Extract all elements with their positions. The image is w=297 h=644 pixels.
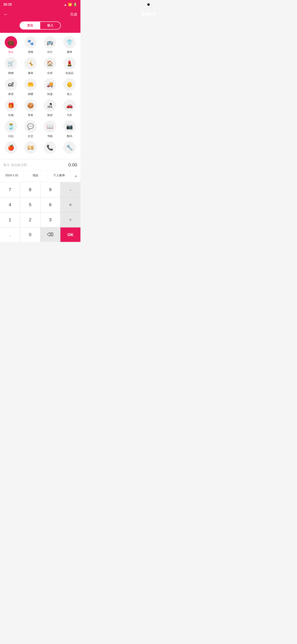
category-item[interactable]: 🤲捐赠: [21, 78, 40, 96]
category-icon: 🍪: [24, 99, 37, 112]
category-label: 礼物: [8, 113, 13, 117]
category-item[interactable]: 🍪零食: [21, 99, 40, 117]
category-icon: 📞: [44, 142, 56, 154]
operator-key-×[interactable]: ×: [60, 197, 80, 212]
category-item[interactable]: 💄化妆品: [60, 57, 79, 75]
numpad-key-0[interactable]: 0: [20, 228, 40, 242]
status-time: 16:15: [3, 3, 12, 6]
category-item[interactable]: 🔧: [60, 142, 79, 156]
wifi-icon: ▲: [64, 3, 67, 6]
category-label: 健身: [28, 71, 33, 75]
category-icon: 💬: [24, 120, 37, 133]
category-item[interactable]: 🤸健身: [21, 57, 40, 75]
category-item[interactable]: 🚗汽车: [60, 99, 79, 117]
category-icon: 🍎: [5, 142, 17, 154]
category-label: 旅游: [47, 113, 53, 117]
numpad-key-2[interactable]: 2: [20, 212, 40, 227]
category-label: 购物: [8, 71, 13, 75]
category-icon: 🛋: [5, 78, 17, 90]
category-icon: 💴: [24, 142, 37, 154]
category-item[interactable]: 👴老人: [60, 78, 79, 96]
category-icon: 💄: [63, 57, 76, 70]
category-icon: 🐾: [24, 36, 37, 48]
category-item[interactable]: 📖书籍: [41, 120, 59, 138]
category-item[interactable]: 📷数码: [60, 120, 79, 138]
category-item[interactable]: 🏖旅游: [41, 99, 59, 117]
amount-display: 0.00: [68, 162, 77, 168]
done-button[interactable]: 完成: [70, 12, 77, 17]
category-item[interactable]: 🫙日化: [2, 120, 20, 138]
category-icon: 🚗: [63, 99, 76, 112]
tab-income[interactable]: 收入: [40, 22, 60, 29]
category-item[interactable]: 💬社交: [21, 120, 40, 138]
numpad-key-4[interactable]: 4: [0, 197, 20, 212]
back-button[interactable]: ←: [3, 11, 8, 17]
numpad-key-3[interactable]: 3: [40, 212, 60, 227]
category-icon: 🛒: [5, 57, 17, 70]
category-item[interactable]: 💴: [21, 142, 40, 156]
category-icon: 🫙: [5, 120, 17, 133]
status-bar: 16:15 ▲ 📶 🔋: [0, 0, 80, 9]
account-cell[interactable]: 个人账单: [47, 171, 71, 182]
category-icon: 🔧: [63, 142, 76, 154]
category-label: 零食: [28, 113, 33, 117]
category-label: 家居: [8, 92, 13, 96]
category-label: 社交: [28, 134, 33, 138]
category-item[interactable]: 🚌出行: [41, 36, 59, 54]
category-item[interactable]: 🐾宠物: [21, 36, 40, 54]
category-icon: 🎁: [5, 99, 17, 112]
category-item[interactable]: 🎁礼物: [2, 99, 20, 117]
numpad-key-9[interactable]: 9: [40, 182, 60, 197]
category-label: 服饰: [67, 50, 72, 54]
category-item[interactable]: 🍎: [2, 142, 20, 156]
operator-key-÷[interactable]: ÷: [60, 212, 80, 227]
category-icon: 💼: [5, 36, 17, 48]
info-row: 2024-1-31 现金 个人账单 +: [0, 170, 80, 182]
tab-expense[interactable]: 支出: [20, 22, 40, 29]
signal-icon: 📶: [68, 3, 72, 6]
ok-button[interactable]: OK: [60, 228, 80, 242]
numpad-key-6[interactable]: 6: [40, 197, 60, 212]
note-placeholder[interactable]: 备注: 加点备注呗...: [3, 163, 29, 167]
category-icon: 🏠: [44, 57, 56, 70]
date-cell[interactable]: 2024-1-31: [0, 171, 24, 182]
category-label: 书籍: [47, 134, 53, 138]
category-label: 出行: [47, 50, 53, 54]
category-item[interactable]: 💼办公: [2, 36, 20, 54]
tab-group: 支出 收入: [19, 22, 61, 30]
category-item[interactable]: 🛋家居: [2, 78, 20, 96]
category-label: 老人: [67, 92, 72, 96]
status-icons: ▲ 📶 🔋: [64, 3, 77, 6]
category-icon: 🚚: [44, 78, 56, 90]
numpad-key-.[interactable]: .: [0, 228, 20, 242]
category-label: 数码: [67, 134, 72, 138]
category-icon: 🤸: [24, 57, 37, 70]
tab-bar: 支出 收入: [0, 20, 80, 33]
numpad-key-1[interactable]: 1: [0, 212, 20, 227]
category-item[interactable]: 📞: [41, 142, 59, 156]
category-item[interactable]: 👕服饰: [60, 36, 79, 54]
pay-method-cell[interactable]: 现金: [24, 171, 47, 182]
add-button[interactable]: +: [71, 171, 80, 182]
numpad-key-7[interactable]: 7: [0, 182, 20, 197]
operator-key--[interactable]: -: [60, 182, 80, 197]
category-label: 日化: [8, 134, 13, 138]
category-icon: 👴: [63, 78, 76, 90]
category-icon: 🤲: [24, 78, 37, 90]
category-label: 汽车: [67, 113, 72, 117]
note-amount-bar: 备注: 加点备注呗... 0.00: [0, 159, 80, 170]
category-label: 办公: [8, 50, 13, 54]
category-label: 快递: [47, 92, 53, 96]
category-label: 住房: [47, 71, 53, 75]
category-item[interactable]: 🚚快递: [41, 78, 59, 96]
delete-key[interactable]: ⌫: [40, 228, 60, 242]
category-icon: 🏖: [44, 99, 56, 112]
numpad-key-8[interactable]: 8: [20, 182, 40, 197]
header: ← 新增账单 完成: [0, 9, 80, 20]
category-icon: 📖: [44, 120, 56, 133]
battery-icon: 🔋: [73, 3, 77, 6]
category-item[interactable]: 🏠住房: [41, 57, 59, 75]
category-item[interactable]: 🛒购物: [2, 57, 20, 75]
categories-grid: 💼办公🐾宠物🚌出行👕服饰🛒购物🤸健身🏠住房💄化妆品🛋家居🤲捐赠🚚快递👴老人🎁礼物…: [0, 33, 80, 159]
numpad-key-5[interactable]: 5: [20, 197, 40, 212]
